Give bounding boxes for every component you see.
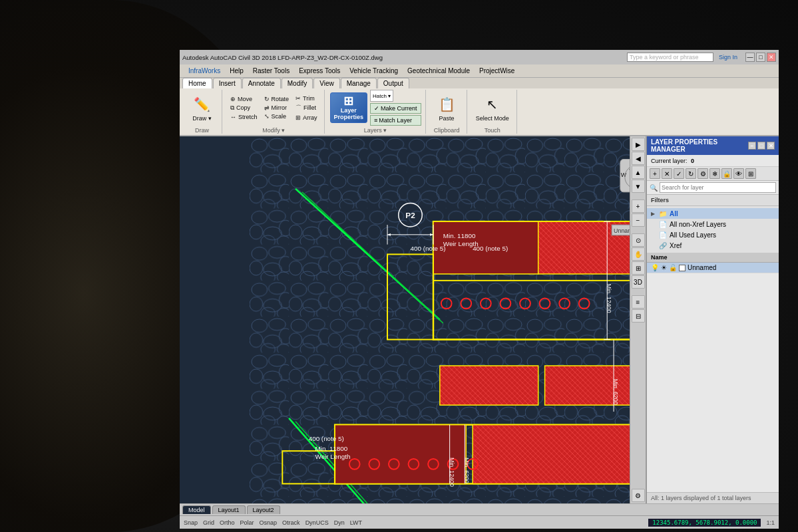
- tab-insert[interactable]: Insert: [213, 78, 242, 88]
- dyn-mode[interactable]: Dyn: [334, 519, 345, 526]
- tab-annotate[interactable]: Annotate: [242, 78, 281, 88]
- trim-button[interactable]: ✂ Trim: [293, 94, 320, 102]
- fillet-icon: ⌒: [296, 104, 301, 112]
- svg-text:Min. 6200: Min. 6200: [612, 379, 619, 405]
- filter-non-xref-icon: 📄: [659, 220, 667, 228]
- tab-view[interactable]: View: [313, 78, 340, 88]
- maximize-button[interactable]: □: [756, 53, 765, 62]
- ribbon: Home Insert Annotate Modify View Manage …: [180, 78, 779, 136]
- layer-panel-status: All: 1 layers displayed of 1 total layer…: [647, 492, 779, 503]
- draw-tools-button[interactable]: ✏️ Draw ▾: [188, 92, 216, 124]
- panel-close[interactable]: ✕: [767, 142, 775, 150]
- menu-infra-works[interactable]: InfraWorks: [184, 66, 225, 76]
- menu-projectwise[interactable]: ProjectWise: [475, 66, 519, 76]
- tab-output[interactable]: Output: [377, 78, 409, 88]
- layout1-tab[interactable]: Layout1: [212, 505, 246, 514]
- minimize-button[interactable]: —: [745, 53, 755, 62]
- layer-filters: ▶ 📁 All 📄 All non-Xref Layers 📄 All Used…: [647, 206, 779, 253]
- rt-btn-zoom-in[interactable]: +: [632, 200, 645, 213]
- modify-tools: ⊕ Move ⧉ Copy ↔ Stretch: [228, 90, 320, 126]
- tab-manage[interactable]: Manage: [341, 78, 377, 88]
- layout2-tab[interactable]: Layout2: [247, 505, 280, 514]
- rt-btn-zoom-out[interactable]: −: [632, 213, 645, 227]
- array-button[interactable]: ⊞ Array: [293, 114, 320, 122]
- rt-btn-pan[interactable]: ✋: [632, 247, 645, 261]
- layer-search-input[interactable]: [660, 182, 776, 193]
- lp-make-current[interactable]: ✓: [674, 168, 684, 179]
- filter-non-xref-label: All non-Xref Layers: [670, 221, 726, 228]
- tab-home[interactable]: Home: [182, 78, 212, 88]
- lp-lock[interactable]: 🔒: [721, 168, 732, 179]
- osnap-mode[interactable]: Osnap: [260, 519, 278, 526]
- paste-button[interactable]: 📋 Paste: [433, 92, 461, 124]
- hatch-dropdown[interactable]: Hatch ▾: [370, 90, 393, 102]
- layer-properties-button[interactable]: ⊞ LayerProperties: [330, 92, 368, 123]
- rt-btn-settings[interactable]: ⚙: [632, 489, 645, 502]
- filter-all[interactable]: ▶ 📁 All: [647, 208, 779, 219]
- sign-in-link[interactable]: Sign In: [716, 54, 740, 61]
- polar-mode[interactable]: Polar: [240, 519, 254, 526]
- menu-raster-tools[interactable]: Raster Tools: [248, 66, 294, 76]
- lp-new-layer[interactable]: +: [650, 168, 660, 179]
- rt-btn-3[interactable]: ▲: [632, 166, 645, 179]
- tab-modify[interactable]: Modify: [282, 78, 313, 88]
- copy-button[interactable]: ⧉ Copy: [228, 104, 260, 112]
- mirror-button[interactable]: ⇌ Mirror: [262, 104, 292, 112]
- menu-bar: InfraWorks Help Raster Tools Express Too…: [180, 65, 779, 78]
- panel-maximize[interactable]: □: [757, 142, 765, 150]
- paste-label: Paste: [439, 115, 455, 122]
- fillet-button[interactable]: ⌒ Fillet: [293, 103, 320, 113]
- snap-mode[interactable]: Snap: [184, 519, 198, 526]
- col-name: Name: [651, 254, 668, 261]
- lp-refresh[interactable]: ↻: [686, 168, 696, 179]
- search-box[interactable]: Type a keyword or phrase: [627, 53, 713, 62]
- rt-btn-3d[interactable]: 3D: [632, 275, 645, 289]
- layer-list[interactable]: 💡 ☀ 🔓 Unnamed: [647, 263, 779, 492]
- rt-btn-properties[interactable]: ≡: [632, 295, 645, 309]
- svg-text:Min. 6200: Min. 6200: [463, 458, 470, 483]
- close-button[interactable]: ✕: [767, 53, 776, 62]
- rotate-button[interactable]: ↻ Rotate: [262, 95, 292, 103]
- rt-btn-1[interactable]: ▶: [632, 138, 645, 151]
- rt-btn-4[interactable]: ▼: [632, 180, 645, 193]
- dynucs-mode[interactable]: DynUCS: [305, 519, 329, 526]
- menu-geotechnical[interactable]: Geotechnical Module: [403, 66, 475, 76]
- menu-vehicle-tracking[interactable]: Vehicle Tracking: [345, 66, 403, 76]
- ribbon-group-layers: ⊞ LayerProperties Hatch ▾ ✓ Mak: [326, 90, 426, 134]
- filter-non-xref[interactable]: 📄 All non-Xref Layers: [647, 219, 779, 229]
- rt-btn-2[interactable]: ◀: [632, 152, 645, 165]
- select-mode-button[interactable]: ↖ Select Mode: [473, 92, 512, 124]
- ribbon-group-modify: ⊕ Move ⧉ Copy ↔ Stretch: [224, 90, 325, 134]
- filter-xref[interactable]: 🔗 Xref: [647, 240, 779, 251]
- svg-rect-26: [335, 425, 466, 484]
- scale-button[interactable]: ⤡ Scale: [262, 112, 292, 120]
- lp-settings[interactable]: ⚙: [698, 168, 708, 179]
- lp-merge[interactable]: ⊞: [745, 168, 756, 179]
- ortho-mode[interactable]: Ortho: [220, 519, 235, 526]
- model-tab[interactable]: Model: [182, 505, 211, 514]
- grid-mode[interactable]: Grid: [203, 519, 214, 526]
- touch-group-label: Touch: [485, 126, 500, 134]
- lp-delete-layer[interactable]: ✕: [662, 168, 672, 179]
- match-layer-button[interactable]: ≡ Match Layer: [370, 115, 421, 126]
- filter-used[interactable]: 📄 All Used Layers: [647, 229, 779, 240]
- touch-tools: ↖ Select Mode: [473, 90, 512, 126]
- otrack-mode[interactable]: Otrack: [282, 519, 300, 526]
- make-current-button[interactable]: ✓ Make Current: [370, 103, 421, 114]
- layer-row-unnamed[interactable]: 💡 ☀ 🔓 Unnamed: [647, 263, 779, 273]
- rt-btn-orbit[interactable]: ⊙: [632, 233, 645, 247]
- ribbon-group-touch: ↖ Select Mode Touch: [469, 90, 517, 134]
- svg-text:400 (note 5): 400 (note 5): [309, 435, 344, 442]
- move-button[interactable]: ⊕ Move: [228, 95, 260, 103]
- panel-minimize[interactable]: −: [748, 142, 756, 150]
- rt-btn-layers[interactable]: ⊟: [632, 309, 645, 323]
- lp-visibility[interactable]: 👁: [733, 168, 744, 179]
- draw-icon: ✏️: [192, 94, 213, 115]
- lineweight-mode[interactable]: LWT: [350, 519, 362, 526]
- layer-freeze-icon: ☀: [661, 264, 667, 271]
- stretch-button[interactable]: ↔ Stretch: [228, 113, 260, 121]
- menu-help[interactable]: Help: [225, 66, 248, 76]
- rt-btn-zoom-extent[interactable]: ⊞: [632, 261, 645, 275]
- lp-freeze[interactable]: ❄: [709, 168, 720, 179]
- menu-express-tools[interactable]: Express Tools: [294, 66, 345, 76]
